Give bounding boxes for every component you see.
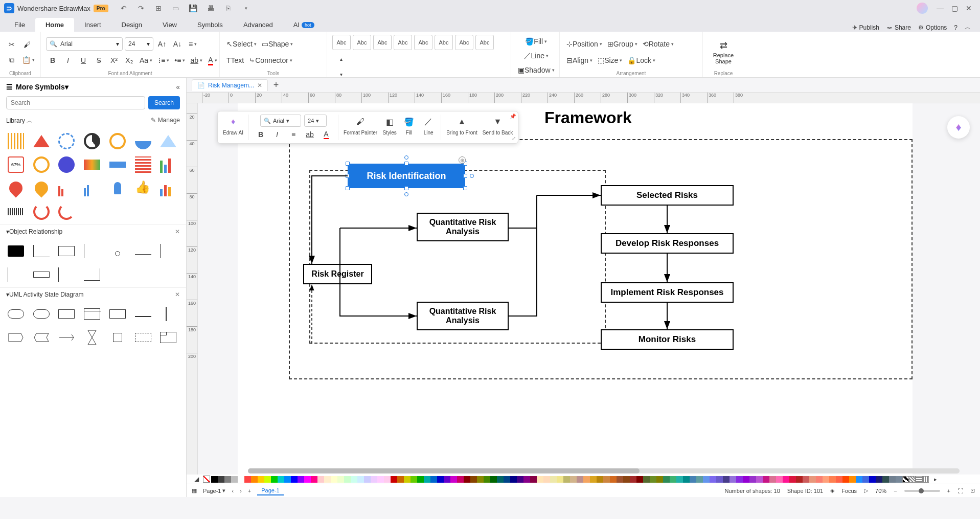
format-painter-button[interactable]: 🖌 bbox=[20, 38, 34, 51]
color-swatch[interactable] bbox=[597, 476, 603, 483]
tab-insert[interactable]: Insert bbox=[74, 18, 111, 32]
color-swatch[interactable] bbox=[298, 476, 304, 483]
color-swatch[interactable] bbox=[450, 476, 457, 483]
close-window-button[interactable]: ✕ bbox=[962, 1, 976, 15]
pattern-swatch[interactable] bbox=[902, 476, 909, 483]
shape-item[interactable] bbox=[82, 304, 102, 324]
color-swatch[interactable] bbox=[244, 476, 251, 483]
shape-item[interactable] bbox=[108, 328, 127, 347]
color-swatch[interactable] bbox=[656, 476, 663, 483]
shape-grid-item[interactable] bbox=[6, 202, 26, 221]
shape-grid-item[interactable] bbox=[158, 178, 178, 198]
shape-grid-item[interactable] bbox=[32, 202, 51, 221]
color-swatch[interactable] bbox=[869, 476, 876, 483]
color-swatch[interactable] bbox=[543, 476, 550, 483]
fill-button[interactable]: 🪣 Fill bbox=[516, 35, 556, 48]
copy-button[interactable]: ⧉ bbox=[5, 53, 18, 66]
color-swatch[interactable] bbox=[391, 476, 397, 483]
color-swatch[interactable] bbox=[889, 476, 896, 483]
color-swatch[interactable] bbox=[437, 476, 444, 483]
color-swatch[interactable] bbox=[676, 476, 683, 483]
color-swatch[interactable] bbox=[730, 476, 736, 483]
shape-item[interactable] bbox=[32, 304, 51, 324]
symbol-search-button[interactable]: Search bbox=[148, 96, 180, 109]
color-swatch[interactable] bbox=[849, 476, 856, 483]
color-swatch[interactable] bbox=[683, 476, 690, 483]
color-swatch[interactable] bbox=[636, 476, 643, 483]
mini-send-back-button[interactable]: ▼ Send to Back bbox=[483, 115, 513, 136]
shape-item[interactable] bbox=[108, 241, 127, 261]
shape-item[interactable] bbox=[57, 265, 76, 284]
color-swatch[interactable] bbox=[278, 476, 284, 483]
shape-item[interactable] bbox=[57, 304, 76, 324]
color-swatch[interactable] bbox=[218, 476, 224, 483]
collapse-panel-button[interactable]: « bbox=[176, 83, 180, 91]
symbol-search-input[interactable] bbox=[6, 96, 145, 109]
color-swatch[interactable] bbox=[570, 476, 577, 483]
mini-styles-button[interactable]: ◧ Styles bbox=[382, 115, 397, 136]
color-swatch[interactable] bbox=[530, 476, 537, 483]
style-preset-2[interactable]: Abc bbox=[353, 35, 371, 50]
color-swatch[interactable] bbox=[590, 476, 597, 483]
shape-grid-item[interactable] bbox=[57, 202, 76, 221]
select-tool-button[interactable]: ↖ Select bbox=[225, 37, 258, 51]
drawing-page[interactable]: Framework Risk Identification bbox=[238, 103, 913, 475]
color-swatch[interactable] bbox=[756, 476, 763, 483]
color-swatch[interactable] bbox=[630, 476, 636, 483]
color-swatch[interactable] bbox=[417, 476, 424, 483]
color-swatch[interactable] bbox=[424, 476, 430, 483]
tab-design[interactable]: Design bbox=[111, 18, 152, 32]
rotate-button[interactable]: ⟲ Rotate bbox=[641, 37, 675, 51]
shape-action-button[interactable]: ⊕ bbox=[459, 156, 466, 164]
zoom-out-button[interactable]: − bbox=[894, 488, 897, 494]
pattern-swatch[interactable] bbox=[922, 476, 929, 483]
shape-grid-item[interactable] bbox=[158, 131, 178, 151]
new-button[interactable]: ⊞ bbox=[153, 3, 164, 13]
close-section-button[interactable]: ✕ bbox=[175, 291, 180, 298]
color-swatch[interactable] bbox=[231, 476, 238, 483]
tab-ai[interactable]: AI hot bbox=[283, 18, 325, 32]
color-swatch[interactable] bbox=[331, 476, 337, 483]
zoom-slider[interactable] bbox=[904, 490, 940, 492]
color-swatch[interactable] bbox=[264, 476, 271, 483]
color-swatch[interactable] bbox=[583, 476, 590, 483]
manage-library-button[interactable]: ✎ Manage bbox=[151, 117, 180, 125]
mini-pin-button[interactable]: 📌 bbox=[510, 114, 516, 119]
mini-align-button[interactable]: ≡ bbox=[287, 129, 300, 140]
shape-selected-risks[interactable]: Selected Risks bbox=[601, 185, 734, 206]
color-swatch[interactable] bbox=[311, 476, 317, 483]
shape-qra-top[interactable]: Quantitative Risk Analysis bbox=[417, 213, 509, 241]
color-swatch[interactable] bbox=[856, 476, 862, 483]
increase-font-button[interactable]: A↑ bbox=[155, 37, 169, 51]
shape-item[interactable] bbox=[57, 241, 76, 261]
size-button[interactable]: ⬚ Size bbox=[596, 54, 624, 67]
color-swatch[interactable] bbox=[577, 476, 583, 483]
color-swatch[interactable] bbox=[444, 476, 450, 483]
shape-item[interactable] bbox=[133, 328, 153, 347]
options-button[interactable]: ⚙Options bbox=[918, 24, 947, 31]
publish-button[interactable]: ✈Publish bbox=[852, 24, 879, 31]
eyedropper-button[interactable]: ◢ bbox=[190, 475, 203, 483]
color-swatch[interactable] bbox=[776, 476, 783, 483]
color-swatch[interactable] bbox=[710, 476, 716, 483]
mini-bold-button[interactable]: B bbox=[254, 129, 267, 140]
mini-font-size[interactable]: 24 ▾ bbox=[304, 115, 327, 127]
shape-item[interactable] bbox=[6, 241, 26, 261]
shape-grid-item[interactable] bbox=[133, 155, 153, 174]
color-swatch[interactable] bbox=[603, 476, 610, 483]
color-swatch[interactable] bbox=[504, 476, 510, 483]
open-button[interactable]: ▭ bbox=[171, 3, 181, 13]
color-swatch[interactable] bbox=[317, 476, 324, 483]
shape-item[interactable] bbox=[82, 265, 102, 284]
styles-scroll-up[interactable]: ▴ bbox=[334, 52, 348, 65]
color-swatch[interactable] bbox=[716, 476, 723, 483]
shape-item[interactable] bbox=[6, 265, 26, 284]
tab-symbols[interactable]: Symbols bbox=[187, 18, 233, 32]
more-colors-button[interactable]: ▸ bbox=[929, 475, 942, 483]
color-swatch[interactable] bbox=[650, 476, 656, 483]
share-button[interactable]: ⫘Share bbox=[886, 24, 911, 31]
shape-grid-item[interactable] bbox=[82, 155, 102, 174]
layers-button[interactable]: ◈ bbox=[830, 487, 834, 494]
prev-page-button[interactable]: ‹ bbox=[232, 488, 234, 494]
highlight-button[interactable]: ab bbox=[189, 54, 204, 67]
